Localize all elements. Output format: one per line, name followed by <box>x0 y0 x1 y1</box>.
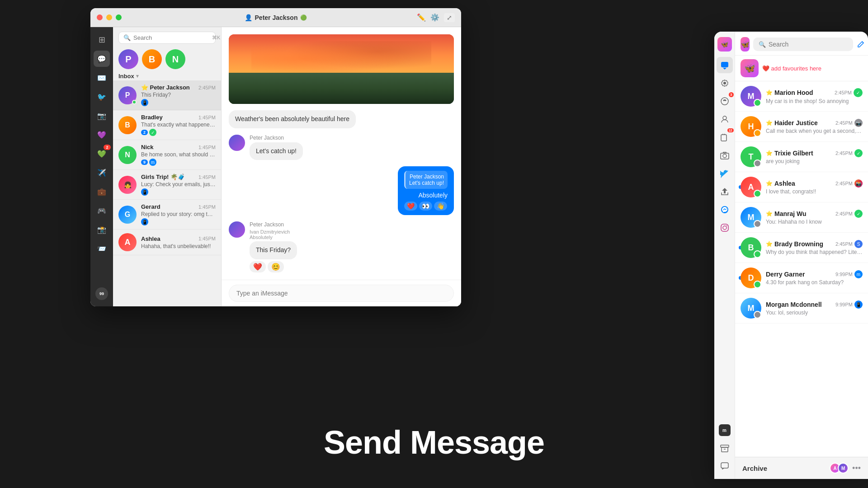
conv-preview-gerard: Replied to your story: omg that looks in… <box>141 211 216 217</box>
conv-preview-girls: Lucy: Check your emails, just sent out s… <box>141 181 216 188</box>
catchup-sender: Peter Jackson <box>250 135 303 141</box>
mob-time-derry: 9:99PM <box>835 272 853 277</box>
mob-avatar-brady: B <box>741 237 761 258</box>
mob-time-haider: 2:45PM <box>835 120 853 126</box>
mob-conv-morgan[interactable]: M Morgan Mcdonnell 9:99PM 📱 You: lol, se… <box>735 293 868 324</box>
chat-input[interactable] <box>229 285 454 302</box>
maximize-button[interactable] <box>116 14 122 20</box>
conv-item-nick[interactable]: N Nick 1:45PM Be home soon, what should … <box>113 140 221 170</box>
mobile-panel: 🦋 3 12 <box>714 32 868 479</box>
mob-preview-derry: 4.30 for park hang on Saturday? <box>766 279 863 286</box>
sidebar-item-telegram2[interactable]: 📨 <box>94 240 110 257</box>
inbox-chevron[interactable]: ▾ <box>136 73 139 79</box>
svg-point-9 <box>723 226 726 230</box>
conv-preview-peter: This Friday? <box>141 92 216 98</box>
svg-rect-8 <box>721 224 728 231</box>
sidebar-item-linkedin[interactable]: 💼 <box>94 183 110 200</box>
mob-beeper-icon[interactable]: m <box>717 422 733 438</box>
mac-window: 👤 Peter Jackson 🟢 ✏️ ⚙️ ⤢ ⊞ 💬 ✉️ 🐦 <box>90 8 461 306</box>
conv-item-girls-trip[interactable]: 👧 Girls Trip! 🌴🧳 1:45PM Lucy: Check your… <box>113 170 221 200</box>
mob-badge3[interactable]: 3 <box>717 93 733 109</box>
catchup-message-content: Peter Jackson Let's catch up! <box>250 135 303 160</box>
mob-conv-info-derry: Derry Garner 9:99PM m 4.30 for park hang… <box>766 270 863 286</box>
nick-badge: 9 <box>141 160 148 165</box>
recent-contact-nick[interactable]: N <box>165 49 185 69</box>
mob-conv-trixie[interactable]: T ⭐ Trixie Gilbert 2:45PM ✓ are you joki… <box>735 142 868 172</box>
sidebar-item-messages[interactable]: 💬 <box>94 51 110 67</box>
mob-conv-haider[interactable]: H ⭐ Haider Justice 2:45PM 📷 Call me back… <box>735 112 868 142</box>
mob-archive-icon[interactable] <box>717 440 733 456</box>
weather-message-content: Weather's been absolutely beautiful here <box>229 110 356 128</box>
compose-icon[interactable]: ✏️ <box>417 13 426 22</box>
mob-preview-ashlea: I love that, congrats!! <box>766 188 863 195</box>
mob-camera-icon[interactable] <box>717 147 733 164</box>
svg-point-3 <box>723 116 726 120</box>
conv-item-bradley[interactable]: B Bradley 1:45PM That's exactly what hap… <box>113 110 221 140</box>
mob-badge12[interactable]: 12 <box>717 129 733 145</box>
mob-platform-haider: 📷 <box>854 119 863 127</box>
sidebar-item-mail[interactable]: ✉️ <box>94 70 110 86</box>
platform-icon-nick: m <box>149 159 156 166</box>
mob-conv-derry[interactable]: D Derry Garner 9:99PM m 4.30 for park ha… <box>735 263 868 293</box>
conv-avatar-nick: N <box>118 146 137 164</box>
window-title-center: 👤 Peter Jackson 🟢 <box>245 14 307 21</box>
conv-name-girls: Girls Trip! 🌴🧳 <box>141 174 185 180</box>
recent-contact-peter[interactable]: P <box>118 49 138 69</box>
conv-header: 🔍 ⌘K <box>113 27 221 47</box>
mob-conv-brady[interactable]: B ⭐ Brady Browning 2:45PM S Why do you t… <box>735 233 868 263</box>
mob-messenger-icon[interactable] <box>717 202 733 218</box>
conv-item-ashlea[interactable]: A Ashlea 1:45PM Hahaha, that's unbelieva… <box>113 230 221 255</box>
mob-conv-ashlea[interactable]: A ⭐ Ashlea 2:45PM 📸 I love that, congrat… <box>735 172 868 202</box>
mobile-search[interactable]: 🔍 <box>753 38 853 51</box>
mob-conv-info-brady: ⭐ Brady Browning 2:45PM S Why do you thi… <box>766 240 863 255</box>
sidebar-item-messenger[interactable]: 💜 <box>94 127 110 143</box>
minimize-button[interactable] <box>106 14 112 20</box>
conv-item-peter[interactable]: P ⭐ Peter Jackson 2:45PM This Friday? 📱 <box>113 80 221 110</box>
mob-preview-trixie: are you joking <box>766 158 863 164</box>
sidebar-item-twitter[interactable]: 🐦 <box>94 89 110 105</box>
sidebar-item-instagram[interactable]: 📷 <box>94 108 110 124</box>
mob-chat-icon[interactable] <box>717 458 733 474</box>
sidebar-item-telegram[interactable]: ✈️ <box>94 164 110 181</box>
sidebar-item-wechat[interactable]: 💚 2 <box>94 145 110 162</box>
search-bar[interactable]: 🔍 ⌘K <box>118 32 216 44</box>
mob-app-icon[interactable]: 🦋 <box>717 36 733 52</box>
mob-avatar-trixie: T <box>741 146 761 167</box>
archive-avatars: A M <box>832 463 849 474</box>
mob-settings-icon[interactable] <box>717 75 733 91</box>
mob-share-icon[interactable] <box>717 183 733 200</box>
sidebar-item-more[interactable]: 99 <box>94 286 110 302</box>
archive-label: Archive <box>742 465 829 472</box>
fullscreen-icon[interactable]: ⤢ <box>444 13 455 22</box>
conv-time-ashlea: 1:45PM <box>198 236 216 241</box>
settings-icon[interactable]: ⚙️ <box>430 13 439 22</box>
reply-preview-text: Peter JacksonLet's catch up! <box>409 174 444 186</box>
archive-more-button[interactable]: ••• <box>852 464 861 473</box>
recent-contact-bradley[interactable]: B <box>142 49 162 69</box>
mob-twitter-icon[interactable] <box>717 165 733 182</box>
conv-avatar-girls: 👧 <box>118 176 137 194</box>
mobile-search-input[interactable] <box>769 41 848 48</box>
svg-rect-0 <box>721 62 728 67</box>
conv-item-gerard[interactable]: G Gerard 1:45PM Replied to your story: o… <box>113 200 221 230</box>
close-button[interactable] <box>97 14 103 20</box>
sidebar-item-instagram2[interactable]: 📸 <box>94 221 110 238</box>
mob-platform-manraj: ✓ <box>854 210 863 218</box>
mob-conv-manraj[interactable]: M ⭐ Manraj Wu 2:45PM ✓ You: Hahaha no I … <box>735 202 868 233</box>
mob-time-ashlea: 2:45PM <box>835 181 853 186</box>
mobile-compose-button[interactable] <box>857 37 865 52</box>
search-input[interactable] <box>133 34 209 41</box>
sidebar-item-layers[interactable]: ⊞ <box>94 32 110 48</box>
sidebar-item-discord[interactable]: 🎮 <box>94 202 110 219</box>
archive-bar: Archive A M ••• <box>735 457 868 479</box>
catchup-bubble: Let's catch up! <box>250 142 303 160</box>
mob-instagram-icon[interactable] <box>717 220 733 236</box>
mob-conv-marion[interactable]: M ⭐ Marion Hood 2:45PM ✓ My car is in th… <box>735 81 868 112</box>
mob-contacts-icon[interactable] <box>717 111 733 127</box>
mob-conv-info-ashlea: ⭐ Ashlea 2:45PM 📸 I love that, congrats!… <box>766 179 863 195</box>
favorites-text: ❤️ add favourites here <box>762 65 821 72</box>
fav-app-icon: 🦋 <box>741 59 759 77</box>
mob-messages-icon[interactable] <box>717 57 733 73</box>
mobile-conv-list: M ⭐ Marion Hood 2:45PM ✓ My car is in th… <box>735 81 868 457</box>
mob-time-morgan: 9:99PM <box>835 302 853 307</box>
